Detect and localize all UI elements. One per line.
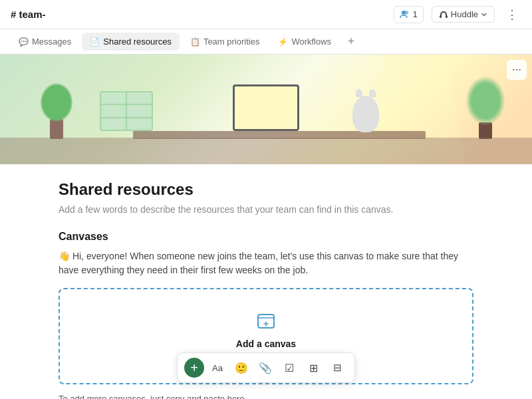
page-subtitle[interactable]: Add a few words to describe the resource… xyxy=(59,204,473,215)
add-canvas-title: Add a canvas xyxy=(236,338,296,349)
table-button[interactable]: ⊞ xyxy=(303,357,324,378)
header-more-button[interactable]: ⋮ xyxy=(503,5,521,24)
members-button[interactable]: 1 xyxy=(394,6,424,23)
tab-workflows-label: Workflows xyxy=(291,37,331,47)
canvases-section-title: Canvases xyxy=(59,231,473,243)
canvas-description-text[interactable]: 👋 Hi, everyone! When someone new joins t… xyxy=(59,249,473,277)
formatting-toolbar: + Aa 🙂 📎 ☑ ⊞ ⊟ xyxy=(177,352,355,383)
plus-button[interactable]: + xyxy=(184,358,204,378)
tabs-bar: 💬 Messages 📄 Shared resources 📋 Team pri… xyxy=(0,29,532,55)
tab-shared-resources[interactable]: 📄 Shared resources xyxy=(82,33,180,51)
workflows-icon: ⚡ xyxy=(278,37,288,47)
plant-right-decoration xyxy=(466,79,505,139)
members-icon xyxy=(400,9,410,20)
text-format-button[interactable]: Aa xyxy=(207,357,228,378)
chevron-down-icon xyxy=(481,11,487,18)
tab-shared-resources-label: Shared resources xyxy=(103,37,172,47)
monitor-decoration xyxy=(233,84,299,131)
table-icon: ⊞ xyxy=(309,362,318,374)
add-tab-button[interactable]: + xyxy=(342,33,360,51)
huddle-label: Huddle xyxy=(451,9,478,19)
sunlight-decoration xyxy=(366,55,466,164)
drawers-decoration xyxy=(100,91,153,131)
huddle-button[interactable]: Huddle xyxy=(432,6,495,23)
page-title: Shared resources xyxy=(59,180,473,199)
tab-team-priorities-label: Team priorities xyxy=(203,37,260,47)
text-format-icon: Aa xyxy=(212,363,223,373)
svg-point-1 xyxy=(404,11,408,15)
tab-team-priorities[interactable]: 📋 Team priorities xyxy=(182,33,268,51)
plant-left-decoration xyxy=(40,86,73,139)
attach-icon: 📎 xyxy=(259,362,272,374)
channel-name: # team- xyxy=(11,9,46,20)
cat-decoration xyxy=(352,96,379,132)
tab-workflows[interactable]: ⚡ Workflows xyxy=(270,33,339,51)
shared-resources-icon: 📄 xyxy=(90,37,100,47)
attach-button[interactable]: 📎 xyxy=(255,357,276,378)
columns-button[interactable]: ⊟ xyxy=(327,357,348,378)
header: # team- 1 Huddle ⋮ xyxy=(0,0,532,29)
messages-icon: 💬 xyxy=(19,37,29,47)
canvas-add-icon xyxy=(255,311,277,332)
header-right: 1 Huddle ⋮ xyxy=(394,5,521,24)
members-count: 1 xyxy=(413,9,418,19)
checkbox-icon: ☑ xyxy=(285,362,294,374)
header-left: # team- xyxy=(11,9,46,20)
columns-icon: ⊟ xyxy=(333,362,342,374)
desk-decoration xyxy=(133,131,426,139)
emoji-icon: 🙂 xyxy=(235,362,248,374)
hero-more-button[interactable]: ⋯ xyxy=(507,60,527,80)
svg-rect-2 xyxy=(440,15,442,18)
content-area: ⋯ Shared resources Add a few words to de… xyxy=(0,55,532,399)
emoji-button[interactable]: 🙂 xyxy=(231,357,252,378)
canvas-copy-hint: To add more canvases, just copy and past… xyxy=(59,394,473,399)
hero-banner: ⋯ xyxy=(0,55,532,164)
team-priorities-icon: 📋 xyxy=(190,37,200,47)
plus-icon: + xyxy=(190,360,198,376)
svg-rect-3 xyxy=(446,15,448,18)
tab-messages-label: Messages xyxy=(32,37,71,47)
headphone-icon xyxy=(439,10,448,19)
tab-messages[interactable]: 💬 Messages xyxy=(11,33,79,51)
checkbox-button[interactable]: ☑ xyxy=(279,357,300,378)
